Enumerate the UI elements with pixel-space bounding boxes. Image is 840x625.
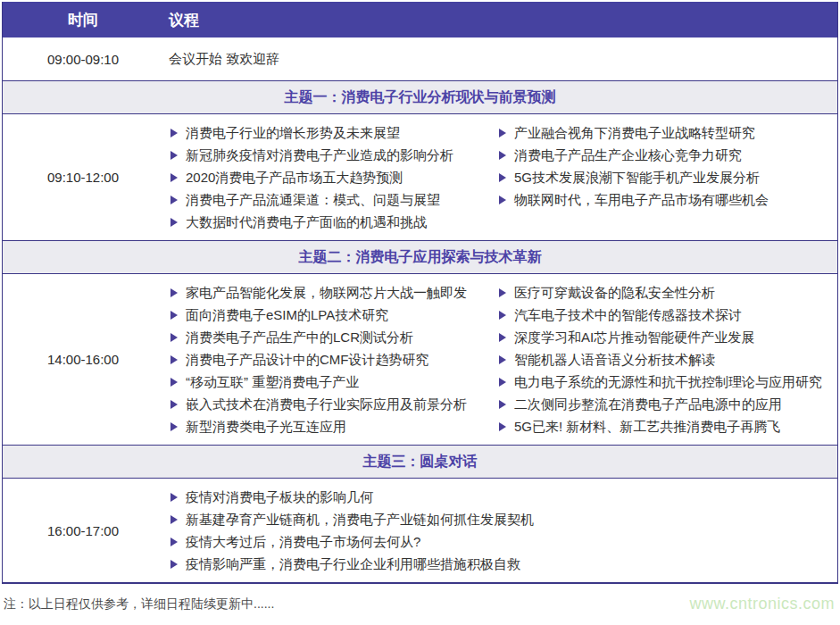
bullet-triangle-icon xyxy=(499,196,506,204)
agenda-item: 医疗可穿戴设备的隐私安全性分析 xyxy=(497,281,837,304)
bullet-triangle-icon xyxy=(499,311,506,320)
agenda-item-label: 消费电子行业的增长形势及未来展望 xyxy=(186,121,400,144)
agenda-item: 物联网时代，车用电子产品市场有哪些机会 xyxy=(497,188,837,211)
agenda-item: 智能机器人语音语义分析技术解读 xyxy=(497,348,837,371)
bullet-triangle-icon xyxy=(499,378,506,387)
agenda-item-label: 电力电子系统的无源性和抗干扰控制理论与应用研究 xyxy=(514,371,822,393)
agenda-item: 面向消费电子eSIM的LPA技术研究 xyxy=(169,304,497,326)
agenda-item: 消费电子产品流通渠道：模式、问题与展望 xyxy=(169,188,497,211)
bullet-triangle-icon xyxy=(499,129,506,138)
time-column-header: 时间 xyxy=(3,10,163,30)
session-banner-3: 主题三：圆桌对话 xyxy=(3,445,837,479)
table-row: 14:00-16:00 家电产品智能化发展，物联网芯片大战一触即发 面向消费电子… xyxy=(3,274,837,445)
agenda-item: 电力电子系统的无源性和抗干扰控制理论与应用研究 xyxy=(497,371,837,393)
bullet-triangle-icon xyxy=(499,422,506,431)
agenda-item-label: 消费电子产品生产企业核心竞争力研究 xyxy=(514,144,742,166)
session-banner-1: 主题一：消费电子行业分析现状与前景预测 xyxy=(3,80,837,114)
agenda-item-label: 消费类电子产品生产中的LCR测试分析 xyxy=(186,326,413,348)
bullet-triangle-icon xyxy=(499,355,506,364)
agenda-column-header: 议程 xyxy=(163,10,199,30)
agenda-item-label: 深度学习和AI芯片推动智能硬件产业发展 xyxy=(514,326,754,348)
time-cell: 09:00-09:10 xyxy=(3,52,163,67)
agenda-item-label: 面向消费电子eSIM的LPA技术研究 xyxy=(186,304,388,326)
agenda-item: 产业融合视角下消费电子业战略转型研究 xyxy=(497,121,837,144)
bullet-triangle-icon xyxy=(499,151,506,160)
agenda-item-label: 新冠肺炎疫情对消费电子产业造成的影响分析 xyxy=(186,144,453,166)
agenda-list-right: 产业融合视角下消费电子业战略转型研究 消费电子产品生产企业核心竞争力研究 5G技… xyxy=(497,121,837,233)
time-cell: 16:00-17:00 xyxy=(3,523,163,538)
agenda-item-label: 新基建孕育产业链商机，消费电子产业链如何抓住发展契机 xyxy=(186,508,534,530)
agenda-item-label: 大数据时代消费电子产面临的机遇和挑战 xyxy=(186,211,427,233)
agenda-item: 深度学习和AI芯片推动智能硬件产业发展 xyxy=(497,326,837,348)
agenda-item-label: 5G已来! 新材料、新工艺共推消费电子再腾飞 xyxy=(514,415,780,438)
table-row: 16:00-17:00 疫情对消费电子板块的影响几何 新基建孕育产业链商机，消费… xyxy=(3,479,837,582)
agenda-item: “移动互联” 重塑消费电子产业 xyxy=(169,371,497,393)
bullet-triangle-icon xyxy=(499,333,506,342)
agenda-item: 消费电子产品设计中的CMF设计趋势研究 xyxy=(169,348,497,371)
bullet-triangle-icon xyxy=(170,218,178,227)
time-cell: 09:10-12:00 xyxy=(3,170,163,185)
site-watermark: www.cntronics.com xyxy=(689,595,835,613)
bullet-triangle-icon xyxy=(170,400,178,409)
agenda-item: 嵌入式技术在消费电子行业实际应用及前景分析 xyxy=(169,393,497,415)
bullet-triangle-icon xyxy=(170,173,178,182)
opening-remarks: 会议开始 致欢迎辞 xyxy=(163,51,279,68)
agenda-item-label: 汽车电子技术中的智能传感器技术探讨 xyxy=(514,304,742,326)
agenda-item: 消费电子行业的增长形势及未来展望 xyxy=(169,121,497,144)
agenda-list-left: 消费电子行业的增长形势及未来展望 新冠肺炎疫情对消费电子产业造成的影响分析 20… xyxy=(169,121,497,233)
agenda-item: 家电产品智能化发展，物联网芯片大战一触即发 xyxy=(169,281,497,304)
bullet-triangle-icon xyxy=(170,333,178,342)
bullet-triangle-icon xyxy=(499,173,506,182)
time-cell: 14:00-16:00 xyxy=(3,352,163,367)
agenda-list-left: 家电产品智能化发展，物联网芯片大战一触即发 面向消费电子eSIM的LPA技术研究… xyxy=(169,281,497,438)
agenda-item: 疫情大考过后，消费电子市场何去何从? xyxy=(169,530,837,553)
agenda-item-label: 2020消费电子产品市场五大趋势预测 xyxy=(186,166,403,188)
bullet-triangle-icon xyxy=(499,288,506,297)
agenda-item-label: 医疗可穿戴设备的隐私安全性分析 xyxy=(514,281,715,304)
agenda-item-label: 疫情对消费电子板块的影响几何 xyxy=(186,486,373,508)
bullet-triangle-icon xyxy=(170,288,178,297)
agenda-item: 5G技术发展浪潮下智能手机产业发展分析 xyxy=(497,166,837,188)
agenda-item-label: 二次侧同步整流在消费电子产品电源中的应用 xyxy=(514,393,782,415)
agenda-item: 2020消费电子产品市场五大趋势预测 xyxy=(169,166,497,188)
agenda-item-label: 5G技术发展浪潮下智能手机产业发展分析 xyxy=(514,166,760,188)
agenda-list: 疫情对消费电子板块的影响几何 新基建孕育产业链商机，消费电子产业链如何抓住发展契… xyxy=(169,486,837,575)
table-row: 09:10-12:00 消费电子行业的增长形势及未来展望 新冠肺炎疫情对消费电子… xyxy=(3,114,837,240)
bullet-triangle-icon xyxy=(499,400,506,409)
bullet-triangle-icon xyxy=(170,151,178,160)
agenda-item-label: 疫情影响严重，消费电子行业企业利用哪些措施积极自救 xyxy=(186,553,520,575)
agenda-item-label: “移动互联” 重塑消费电子产业 xyxy=(186,371,359,393)
agenda-item-label: 家电产品智能化发展，物联网芯片大战一触即发 xyxy=(186,281,467,304)
bullet-triangle-icon xyxy=(170,355,178,364)
agenda-item-label: 消费电子产品设计中的CMF设计趋势研究 xyxy=(186,348,429,371)
footer: 注：以上日程仅供参考，详细日程陆续更新中...... www.cntronics… xyxy=(2,584,838,613)
agenda-item: 新型消费类电子光互连应用 xyxy=(169,415,497,438)
agenda-item: 二次侧同步整流在消费电子产品电源中的应用 xyxy=(497,393,837,415)
table-header-row: 时间 议程 xyxy=(3,2,837,38)
table-row: 09:00-09:10 会议开始 致欢迎辞 xyxy=(3,38,837,80)
disclaimer-note: 注：以上日程仅供参考，详细日程陆续更新中...... xyxy=(4,596,274,612)
agenda-item-label: 消费电子产品流通渠道：模式、问题与展望 xyxy=(186,188,440,211)
agenda-item: 汽车电子技术中的智能传感器技术探讨 xyxy=(497,304,837,326)
bullet-triangle-icon xyxy=(170,493,178,502)
agenda-item: 新基建孕育产业链商机，消费电子产业链如何抓住发展契机 xyxy=(169,508,837,530)
agenda-item: 疫情对消费电子板块的影响几何 xyxy=(169,486,837,508)
agenda-item: 消费电子产品生产企业核心竞争力研究 xyxy=(497,144,837,166)
bullet-triangle-icon xyxy=(170,422,178,431)
bullet-triangle-icon xyxy=(170,129,178,138)
agenda-item-label: 产业融合视角下消费电子业战略转型研究 xyxy=(514,121,755,144)
agenda-table: 时间 议程 09:00-09:10 会议开始 致欢迎辞 主题一：消费电子行业分析… xyxy=(2,2,838,584)
bullet-triangle-icon xyxy=(170,560,178,569)
agenda-item: 疫情影响严重，消费电子行业企业利用哪些措施积极自救 xyxy=(169,553,837,575)
bullet-triangle-icon xyxy=(170,538,178,546)
agenda-item-label: 嵌入式技术在消费电子行业实际应用及前景分析 xyxy=(186,393,467,415)
agenda-item: 新冠肺炎疫情对消费电子产业造成的影响分析 xyxy=(169,144,497,166)
bullet-triangle-icon xyxy=(170,196,178,204)
agenda-item-label: 疫情大考过后，消费电子市场何去何从? xyxy=(186,530,420,553)
agenda-item-label: 新型消费类电子光互连应用 xyxy=(186,415,346,438)
bullet-triangle-icon xyxy=(170,311,178,320)
agenda-list-right: 医疗可穿戴设备的隐私安全性分析 汽车电子技术中的智能传感器技术探讨 深度学习和A… xyxy=(497,281,837,438)
session-banner-2: 主题二：消费电子应用探索与技术革新 xyxy=(3,240,837,274)
agenda-item-label: 智能机器人语音语义分析技术解读 xyxy=(514,348,715,371)
bullet-triangle-icon xyxy=(170,378,178,387)
